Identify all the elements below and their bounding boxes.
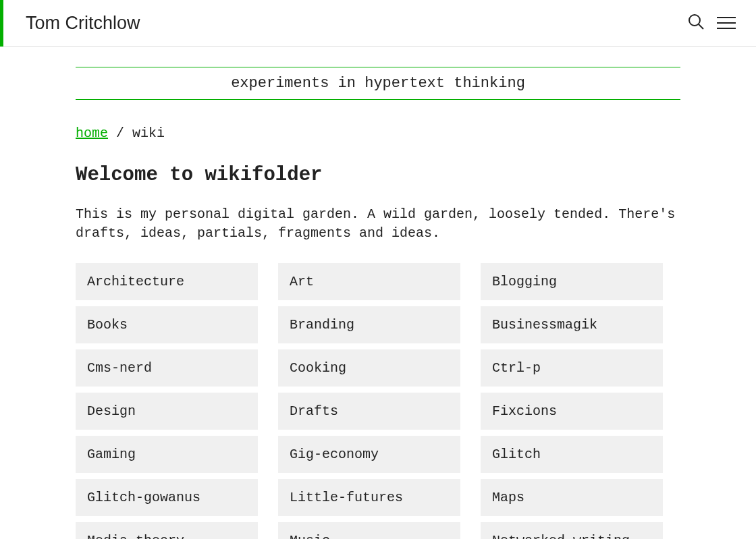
category-card[interactable]: Fixcions: [481, 393, 663, 430]
category-card[interactable]: Glitch-gowanus: [76, 479, 258, 516]
category-card[interactable]: Businessmagik: [481, 306, 663, 343]
category-card[interactable]: Art: [278, 263, 460, 300]
category-card[interactable]: Branding: [278, 306, 460, 343]
breadcrumb-current: wiki: [132, 125, 165, 141]
header-actions: [687, 13, 736, 33]
breadcrumb-separator: /: [108, 125, 132, 141]
page-title: Welcome to wikifolder: [76, 164, 680, 186]
breadcrumb-home-link[interactable]: home: [76, 125, 108, 141]
category-card[interactable]: Gaming: [76, 436, 258, 473]
category-card[interactable]: Design: [76, 393, 258, 430]
intro-text: This is my personal digital garden. A wi…: [76, 205, 680, 243]
category-card[interactable]: Architecture: [76, 263, 258, 300]
category-card[interactable]: Books: [76, 306, 258, 343]
svg-point-0: [689, 15, 700, 26]
site-title[interactable]: Tom Critchlow: [26, 13, 140, 34]
category-card[interactable]: Networked-writing: [481, 522, 663, 539]
category-card[interactable]: Glitch: [481, 436, 663, 473]
category-card[interactable]: Maps: [481, 479, 663, 516]
svg-line-1: [699, 24, 703, 29]
accent-stripe: [0, 0, 3, 47]
breadcrumb: home / wiki: [76, 125, 680, 141]
subtitle-banner: experiments in hypertext thinking: [76, 67, 680, 100]
category-card[interactable]: Blogging: [481, 263, 663, 300]
main-content: experiments in hypertext thinking home /…: [0, 47, 756, 539]
category-card[interactable]: Drafts: [278, 393, 460, 430]
site-header: Tom Critchlow: [0, 0, 756, 47]
category-grid: ArchitectureArtBloggingBooksBrandingBusi…: [76, 263, 680, 539]
category-card[interactable]: Media-theory: [76, 522, 258, 539]
search-icon[interactable]: [687, 13, 705, 33]
category-card[interactable]: Music: [278, 522, 460, 539]
category-card[interactable]: Cms-nerd: [76, 349, 258, 387]
category-card[interactable]: Gig-economy: [278, 436, 460, 473]
category-card[interactable]: Cooking: [278, 349, 460, 387]
category-card[interactable]: Little-futures: [278, 479, 460, 516]
menu-icon[interactable]: [717, 17, 736, 29]
category-card[interactable]: Ctrl-p: [481, 349, 663, 387]
